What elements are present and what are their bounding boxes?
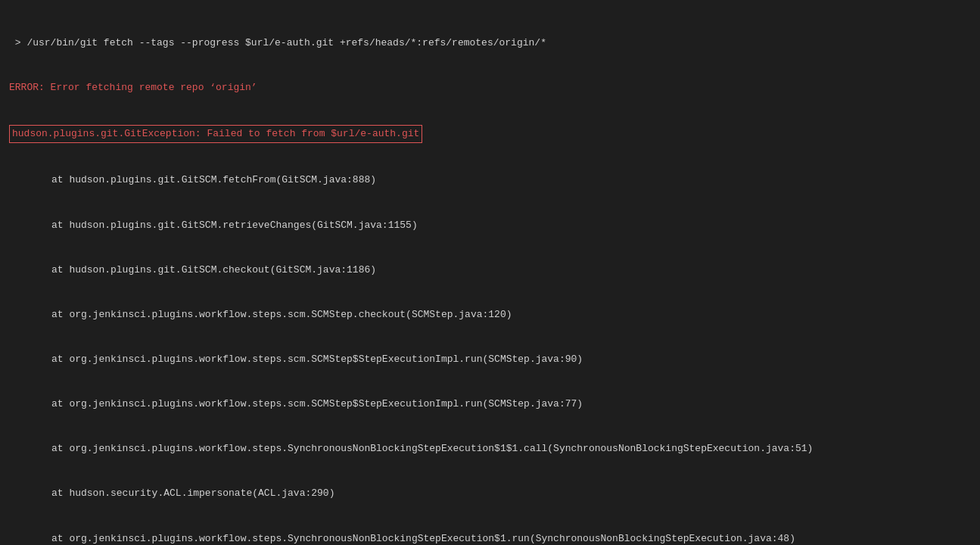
line-9: at org.jenkinsci.plugins.workflow.steps.…	[9, 397, 971, 412]
line-8: at org.jenkinsci.plugins.workflow.steps.…	[9, 352, 971, 367]
line-5: at hudson.plugins.git.GitSCM.retrieveCha…	[9, 218, 971, 233]
line-12: at org.jenkinsci.plugins.workflow.steps.…	[9, 531, 971, 545]
line-3: hudson.plugins.git.GitException: Failed …	[9, 125, 971, 143]
line-6: at hudson.plugins.git.GitSCM.checkout(Gi…	[9, 263, 971, 278]
line-7: at org.jenkinsci.plugins.workflow.steps.…	[9, 307, 971, 322]
console-output: > /usr/bin/git fetch --tags --progress $…	[0, 0, 980, 545]
line-11: at hudson.security.ACL.impersonate(ACL.j…	[9, 486, 971, 501]
line-1: > /usr/bin/git fetch --tags --progress $…	[9, 36, 971, 51]
highlighted-error-1: hudson.plugins.git.GitException: Failed …	[9, 125, 422, 143]
line-4: at hudson.plugins.git.GitSCM.fetchFrom(G…	[9, 173, 971, 188]
line-10: at org.jenkinsci.plugins.workflow.steps.…	[9, 441, 971, 456]
line-2: ERROR: Error fetching remote repo ‘origi…	[9, 80, 971, 95]
